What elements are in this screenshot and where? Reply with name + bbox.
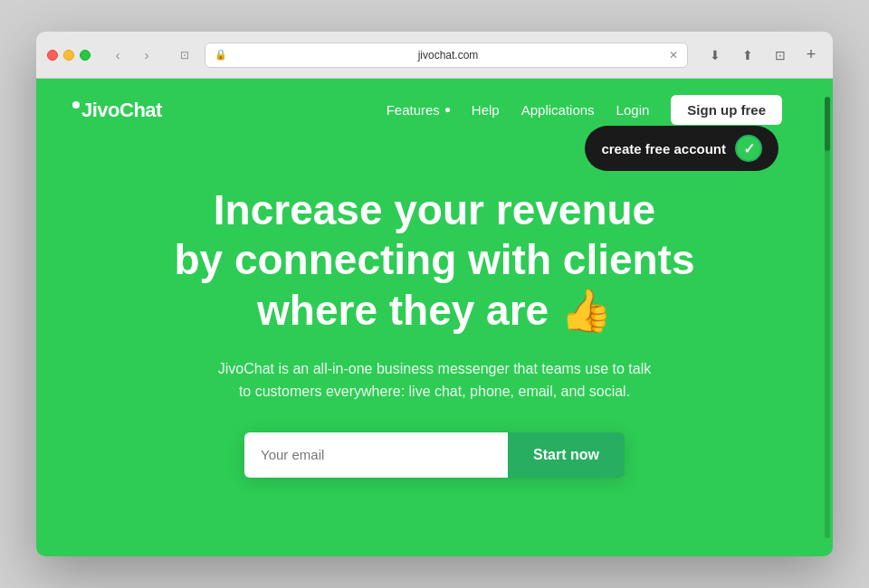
sign-up-button[interactable]: Sign up free [671, 95, 782, 125]
logo-dot [72, 101, 80, 109]
address-bar[interactable]: 🔒 jivochat.com ✕ [205, 43, 688, 68]
forward-button[interactable]: › [134, 45, 159, 65]
hero-subtitle: JivoChat is an all-in-one business messe… [217, 357, 652, 403]
url-text: jivochat.com [233, 49, 664, 62]
browser-right-icons: ⬇ ⬆ ⊡ + [702, 43, 822, 68]
hero-title: Increase your revenue by connecting with… [174, 185, 694, 336]
nav-applications-link[interactable]: Applications [521, 102, 595, 118]
hero-title-line2: by connecting with clients [174, 236, 694, 283]
browser-chrome: ‹ › ⊡ 🔒 jivochat.com ✕ ⬇ ⬆ ⊡ + [36, 32, 833, 79]
check-circle-icon: ✓ [735, 135, 762, 162]
nav-features-link[interactable]: Features [387, 102, 450, 118]
checkmark-icon: ✓ [743, 140, 755, 157]
fullscreen-button[interactable] [80, 50, 91, 61]
page-content: JivoChat Features Help Applications Logi… [36, 79, 833, 556]
features-dropdown-dot [445, 108, 450, 112]
traffic-lights [47, 50, 91, 61]
tab-close-icon[interactable]: ✕ [669, 49, 678, 62]
start-now-button[interactable]: Start now [508, 432, 625, 478]
logo-text: JivoChat [81, 99, 162, 122]
nav-buttons: ‹ › [105, 45, 159, 65]
nav-help-link[interactable]: Help [472, 102, 500, 118]
minimize-button[interactable] [63, 50, 74, 61]
new-tab-button[interactable]: + [800, 44, 822, 66]
scrollbar[interactable] [825, 97, 830, 538]
lock-icon: 🔒 [215, 49, 227, 61]
browser-window: ‹ › ⊡ 🔒 jivochat.com ✕ ⬇ ⬆ ⊡ + JivoChat [36, 32, 833, 556]
logo: JivoChat [72, 99, 162, 122]
close-button[interactable] [47, 50, 58, 61]
hero-title-line3: where they are 👍 [257, 287, 612, 334]
back-button[interactable]: ‹ [105, 45, 130, 65]
tooltip-area: create free account ✓ [585, 126, 778, 171]
nav-links: Features Help Applications Login Sign up… [387, 95, 782, 125]
email-input[interactable] [244, 432, 508, 478]
window-toggle-button[interactable]: ⊡ [172, 45, 197, 65]
create-account-tooltip[interactable]: create free account ✓ [585, 126, 778, 171]
share-icon[interactable]: ⬆ [735, 43, 760, 68]
hero-section: Increase your revenue by connecting with… [36, 125, 833, 556]
reader-icon[interactable]: ⊡ [768, 43, 793, 68]
tooltip-label: create free account [601, 141, 726, 156]
nav-login-link[interactable]: Login [616, 102, 650, 118]
email-form: Start now [244, 432, 625, 478]
hero-title-line1: Increase your revenue [214, 186, 655, 233]
download-icon[interactable]: ⬇ [702, 43, 728, 68]
